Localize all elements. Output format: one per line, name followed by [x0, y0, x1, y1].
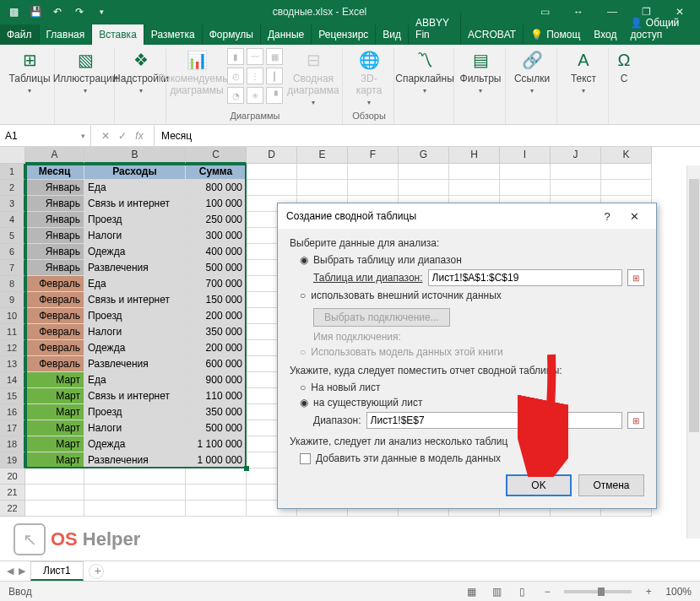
cell[interactable]: 500 000	[186, 260, 247, 276]
symbols-button[interactable]: ΩС	[616, 48, 632, 85]
formula-input[interactable]: Месяц	[155, 125, 700, 146]
column-header[interactable]: A	[25, 147, 84, 164]
cell[interactable]: Январь	[25, 196, 84, 212]
radio-new-sheet[interactable]: ○ На новый лист	[300, 382, 644, 393]
cell[interactable]	[25, 501, 84, 517]
row-header[interactable]: 7	[0, 260, 25, 276]
dialog-close-icon[interactable]: ✕	[621, 210, 648, 223]
cell[interactable]: Февраль	[25, 340, 84, 356]
cell[interactable]: Месяц	[25, 164, 84, 180]
cell[interactable]	[500, 180, 551, 196]
location-picker-icon[interactable]: ⊞	[627, 412, 644, 429]
tab-главная[interactable]: Главная	[40, 24, 93, 45]
column-header[interactable]: K	[601, 147, 652, 164]
cell[interactable]	[84, 468, 186, 485]
row-header[interactable]: 4	[0, 212, 25, 228]
cell[interactable]	[551, 164, 601, 180]
cell[interactable]: 350 000	[186, 324, 247, 340]
cell[interactable]: Налоги	[84, 228, 186, 244]
tab-данные[interactable]: Данные	[261, 24, 312, 45]
cell[interactable]: Одежда	[84, 244, 186, 260]
cell[interactable]	[601, 164, 652, 180]
cell[interactable]	[186, 485, 247, 501]
column-header[interactable]: J	[551, 147, 601, 164]
cell[interactable]: Развлечения	[84, 452, 186, 468]
cell[interactable]	[247, 180, 297, 196]
cell[interactable]: 100 000	[186, 196, 247, 212]
cell[interactable]	[500, 164, 551, 180]
scatter-icon[interactable]: ⋮	[247, 68, 263, 84]
cancel-formula-icon[interactable]: ✕	[101, 130, 110, 142]
cell[interactable]: 150 000	[186, 292, 247, 308]
column-header[interactable]: C	[186, 147, 247, 164]
cell[interactable]	[297, 164, 348, 180]
enter-formula-icon[interactable]: ✓	[118, 130, 127, 142]
location-input[interactable]	[366, 412, 622, 429]
cell[interactable]	[186, 468, 247, 485]
pivot-chart-button[interactable]: ⊟Сводная диаграмма▾	[290, 48, 337, 106]
row-header[interactable]: 10	[0, 308, 25, 324]
cell[interactable]: Еда	[84, 180, 186, 196]
cell[interactable]: Февраль	[25, 308, 84, 324]
tab-рецензирс[interactable]: Рецензирс	[312, 24, 376, 45]
tab-acrobat[interactable]: ACROBAT	[461, 24, 524, 45]
cell[interactable]: Проезд	[84, 308, 186, 324]
view-page-layout-icon[interactable]: ▥	[488, 586, 505, 598]
cell[interactable]	[601, 180, 652, 196]
cell[interactable]: Февраль	[25, 324, 84, 340]
cell[interactable]	[25, 468, 84, 485]
row-header[interactable]: 21	[0, 485, 25, 501]
cell[interactable]	[247, 164, 297, 180]
cell[interactable]: 200 000	[186, 308, 247, 324]
row-header[interactable]: 5	[0, 228, 25, 244]
add-sheet-icon[interactable]: +	[89, 564, 104, 579]
cell[interactable]: Одежда	[84, 436, 186, 452]
tables-button[interactable]: ⊞Таблицы▾	[10, 48, 49, 95]
cell[interactable]: 110 000	[186, 388, 247, 404]
column-header[interactable]: E	[297, 147, 348, 164]
row-header[interactable]: 13	[0, 356, 25, 372]
cell[interactable]	[449, 180, 500, 196]
cell[interactable]: Март	[25, 388, 84, 404]
cell[interactable]: 1 000 000	[186, 452, 247, 468]
zoom-out-icon[interactable]: −	[539, 586, 556, 598]
cell[interactable]: 500 000	[186, 420, 247, 436]
recommended-charts-button[interactable]: 📊Рекомендуемые диаграммы	[173, 48, 220, 97]
cell[interactable]: 1 100 000	[186, 436, 247, 452]
addins-button[interactable]: ❖Надстройки▾	[122, 48, 160, 95]
radio-existing-sheet[interactable]: ◉ на существующий лист	[300, 397, 644, 409]
column-header[interactable]: H	[449, 147, 500, 164]
range-input[interactable]	[428, 269, 622, 286]
cell[interactable]: 250 000	[186, 212, 247, 228]
cell[interactable]: Январь	[25, 212, 84, 228]
column-header[interactable]: G	[399, 147, 449, 164]
cell[interactable]	[399, 180, 449, 196]
text-button[interactable]: AТекст▾	[564, 48, 603, 95]
cell[interactable]: Проезд	[84, 404, 186, 420]
radio-select-range[interactable]: ◉ Выбрать таблицу или диапазон	[300, 254, 644, 266]
zoom-slider[interactable]	[564, 590, 632, 593]
cell[interactable]: 600 000	[186, 356, 247, 372]
cell[interactable]	[297, 180, 348, 196]
cancel-button[interactable]: Отмена	[578, 474, 644, 496]
chart-type-gallery[interactable]: ▮〰▦ ◴⋮┃ ◔✳▝	[227, 48, 283, 104]
cell[interactable]: Расходы	[84, 164, 186, 180]
cell[interactable]: 200 000	[186, 340, 247, 356]
row-header[interactable]: 8	[0, 276, 25, 292]
column-header[interactable]: D	[247, 147, 297, 164]
cell[interactable]: Январь	[25, 180, 84, 196]
row-header[interactable]: 3	[0, 196, 25, 212]
sheet-tab[interactable]: Лист1	[30, 561, 84, 581]
name-box[interactable]: A1	[0, 125, 91, 146]
cell[interactable]: Связь и интернет	[84, 388, 186, 404]
combo-icon[interactable]: ▝	[266, 87, 283, 104]
radio-external-source[interactable]: ○ использовать внешний источник данных	[300, 290, 644, 301]
row-header[interactable]: 1	[0, 164, 25, 180]
cell[interactable]: Март	[25, 436, 84, 452]
row-header[interactable]: 6	[0, 244, 25, 260]
row-header[interactable]: 18	[0, 436, 25, 452]
save-icon[interactable]: 💾	[27, 3, 44, 20]
cell[interactable]: Март	[25, 420, 84, 436]
column-header[interactable]: B	[84, 147, 186, 164]
column-header[interactable]: F	[348, 147, 399, 164]
